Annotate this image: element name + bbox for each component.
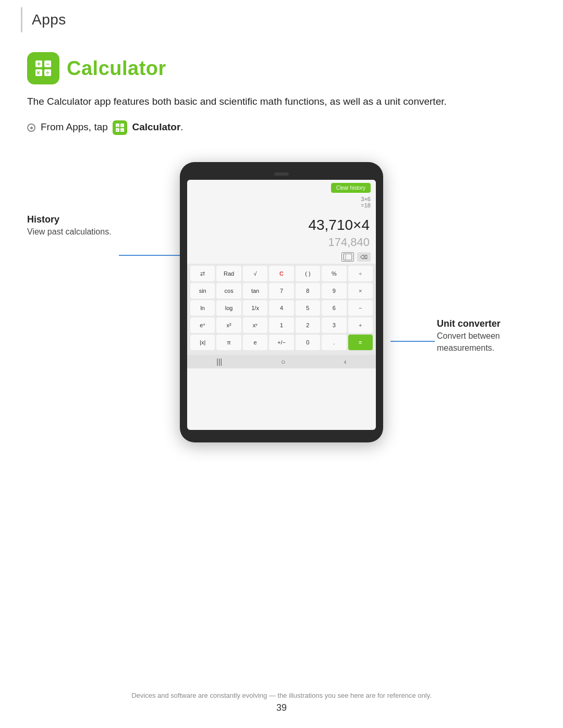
- key-equals[interactable]: =: [348, 335, 373, 350]
- key-subtract[interactable]: −: [348, 300, 373, 316]
- unit-converter-row: ⌫: [187, 251, 376, 264]
- key-ex[interactable]: eˣ: [190, 317, 215, 333]
- key-8[interactable]: 8: [296, 283, 320, 299]
- key-0[interactable]: 0: [296, 335, 320, 350]
- key-rad[interactable]: Rad: [216, 266, 241, 281]
- key-2[interactable]: 2: [296, 317, 320, 333]
- key-e[interactable]: e: [243, 335, 267, 350]
- connector-line-right: [390, 341, 435, 342]
- key-multiply[interactable]: ×: [348, 283, 373, 299]
- step-bullet: [27, 124, 35, 132]
- key-5[interactable]: 5: [296, 300, 320, 316]
- key-6[interactable]: 6: [322, 300, 346, 316]
- history-entry-expr: 3×6: [192, 196, 371, 202]
- tablet-camera: [274, 172, 289, 176]
- current-result: 174,840: [187, 235, 376, 251]
- nav-back[interactable]: |||: [216, 357, 222, 366]
- nav-home[interactable]: ○: [281, 357, 285, 366]
- svg-text:÷: ÷: [46, 69, 50, 77]
- nav-bar: ||| ○ ‹: [187, 355, 376, 368]
- key-sqrt[interactable]: √: [243, 266, 267, 281]
- page-title: Apps: [29, 7, 66, 32]
- svg-text:×: ×: [36, 69, 40, 77]
- svg-rect-16: [344, 254, 352, 260]
- key-percent[interactable]: %: [322, 266, 346, 281]
- key-clear[interactable]: C: [269, 266, 293, 281]
- app-name-title: Calculator: [67, 57, 166, 80]
- key-sin[interactable]: sin: [190, 283, 215, 299]
- key-sq[interactable]: x²: [216, 317, 241, 333]
- svg-text:−: −: [46, 60, 50, 68]
- key-tan[interactable]: tan: [243, 283, 267, 299]
- page-footer: Devices and software are constantly evol…: [0, 692, 563, 713]
- key-log[interactable]: log: [216, 300, 241, 316]
- history-area: 3×6 =18: [187, 194, 376, 214]
- key-parens[interactable]: ( ): [296, 266, 320, 281]
- key-pow[interactable]: xʸ: [243, 317, 267, 333]
- svg-text:×: ×: [116, 129, 118, 132]
- annotation-history: History View past calculations.: [27, 214, 116, 238]
- key-9[interactable]: 9: [322, 283, 346, 299]
- tablet-screen: Clear history 3×6 =18 43,710×4 174,840: [187, 180, 376, 430]
- key-4[interactable]: 4: [269, 300, 293, 316]
- key-plusminus[interactable]: +/−: [269, 335, 293, 350]
- svg-text:+: +: [117, 125, 119, 128]
- key-ln[interactable]: ln: [190, 300, 215, 316]
- key-3[interactable]: 3: [322, 317, 346, 333]
- keypad: ⇄ Rad √ C ( ) % ÷ sin cos tan 7 8: [187, 264, 376, 355]
- key-cos[interactable]: cos: [216, 283, 241, 299]
- app-icon: + − × ÷: [27, 52, 59, 84]
- backspace-button[interactable]: ⌫: [357, 252, 371, 262]
- key-inv[interactable]: 1/x: [243, 300, 267, 316]
- key-pi[interactable]: π: [216, 335, 241, 350]
- key-1[interactable]: 1: [269, 317, 293, 333]
- key-convert[interactable]: ⇄: [190, 266, 215, 281]
- page-number: 39: [0, 702, 563, 713]
- unit-converter-icon[interactable]: [341, 252, 354, 262]
- svg-text:−: −: [121, 125, 123, 128]
- history-entry-result: =18: [192, 202, 371, 208]
- key-7[interactable]: 7: [269, 283, 293, 299]
- current-expression: 43,710×4: [187, 214, 376, 235]
- footer-disclaimer: Devices and software are constantly evol…: [0, 692, 563, 699]
- key-add[interactable]: +: [348, 317, 373, 333]
- key-abs[interactable]: |x|: [190, 335, 215, 350]
- key-dot[interactable]: .: [322, 335, 346, 350]
- nav-recents[interactable]: ‹: [344, 357, 347, 366]
- step-text: From Apps, tap + − × ÷ Calculator.: [41, 120, 183, 135]
- clear-history-button[interactable]: Clear history: [331, 183, 371, 193]
- app-description: The Calculator app features both basic a…: [27, 94, 536, 109]
- key-divide[interactable]: ÷: [348, 266, 373, 281]
- tablet-device: Clear history 3×6 =18 43,710×4 174,840: [180, 162, 383, 442]
- annotation-unit-converter: Unit converter Convert between measureme…: [437, 318, 536, 354]
- svg-text:+: +: [37, 60, 41, 68]
- step-app-icon: + − × ÷: [113, 120, 127, 135]
